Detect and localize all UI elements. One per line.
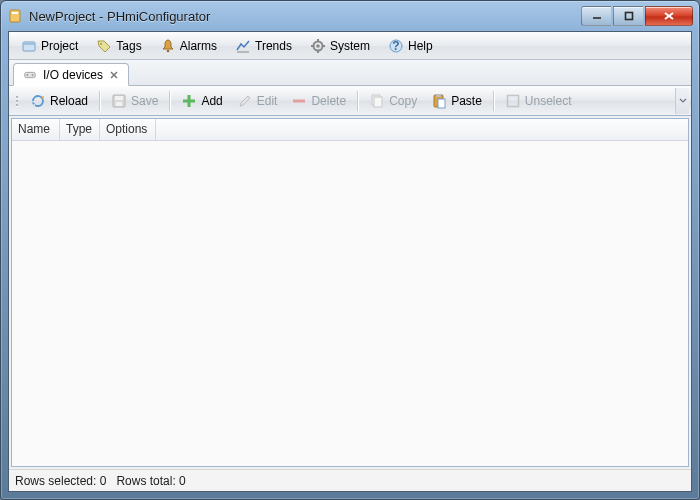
svg-rect-29 bbox=[293, 99, 305, 102]
menu-alarms[interactable]: Alarms bbox=[152, 35, 225, 57]
minus-icon bbox=[291, 93, 307, 109]
svg-rect-28 bbox=[183, 99, 195, 102]
project-icon bbox=[21, 38, 37, 54]
refresh-icon bbox=[30, 93, 46, 109]
svg-rect-31 bbox=[374, 97, 382, 107]
svg-text:?: ? bbox=[392, 39, 399, 53]
tab-label: I/O devices bbox=[43, 68, 103, 82]
menu-label: Help bbox=[408, 39, 433, 53]
svg-point-8 bbox=[100, 43, 102, 45]
unselect-icon bbox=[505, 93, 521, 109]
close-button[interactable] bbox=[645, 6, 693, 26]
copy-icon bbox=[369, 93, 385, 109]
svg-rect-25 bbox=[115, 96, 123, 100]
save-icon bbox=[111, 93, 127, 109]
gear-icon bbox=[310, 38, 326, 54]
help-icon: ? bbox=[388, 38, 404, 54]
svg-rect-19 bbox=[25, 72, 36, 77]
svg-rect-0 bbox=[10, 10, 20, 22]
device-icon bbox=[22, 67, 38, 83]
trend-icon bbox=[235, 38, 251, 54]
menu-system[interactable]: System bbox=[302, 35, 378, 57]
grid: Name Type Options bbox=[11, 118, 689, 467]
button-label: Reload bbox=[50, 94, 88, 108]
svg-point-12 bbox=[316, 44, 320, 48]
copy-button[interactable]: Copy bbox=[363, 90, 423, 112]
toolbar-separator bbox=[99, 91, 100, 111]
button-label: Add bbox=[201, 94, 222, 108]
toolbar-separator bbox=[357, 91, 358, 111]
paste-button[interactable]: Paste bbox=[425, 90, 488, 112]
edit-button[interactable]: Edit bbox=[231, 90, 284, 112]
grid-body[interactable] bbox=[12, 141, 688, 466]
column-header-name[interactable]: Name bbox=[12, 119, 60, 140]
pencil-icon bbox=[237, 93, 253, 109]
tab-io-devices[interactable]: I/O devices bbox=[13, 63, 129, 86]
tabstrip: I/O devices bbox=[9, 60, 691, 86]
button-label: Paste bbox=[451, 94, 482, 108]
client-area: Project Tags Alarms Trends System ? Help bbox=[8, 31, 692, 492]
toolbar-overflow[interactable] bbox=[675, 88, 689, 114]
toolbar-separator bbox=[493, 91, 494, 111]
menu-help[interactable]: ? Help bbox=[380, 35, 441, 57]
svg-rect-33 bbox=[436, 94, 441, 97]
add-button[interactable]: Add bbox=[175, 90, 228, 112]
window-controls bbox=[579, 6, 693, 26]
application-window: NewProject - PHmiConfigurator Project Ta… bbox=[0, 0, 700, 500]
tab-close-icon[interactable] bbox=[108, 69, 120, 81]
menu-label: Trends bbox=[255, 39, 292, 53]
menu-label: Project bbox=[41, 39, 78, 53]
toolbar-grip[interactable] bbox=[14, 91, 20, 111]
svg-point-9 bbox=[166, 49, 169, 52]
menu-label: Alarms bbox=[180, 39, 217, 53]
minimize-button[interactable] bbox=[581, 6, 611, 26]
plus-icon bbox=[181, 93, 197, 109]
reload-button[interactable]: Reload bbox=[24, 90, 94, 112]
grid-header: Name Type Options bbox=[12, 119, 688, 141]
menu-project[interactable]: Project bbox=[13, 35, 86, 57]
paste-icon bbox=[431, 93, 447, 109]
svg-rect-3 bbox=[625, 13, 632, 20]
status-rows-total: Rows total: 0 bbox=[116, 474, 185, 488]
menu-trends[interactable]: Trends bbox=[227, 35, 300, 57]
svg-rect-21 bbox=[32, 74, 34, 76]
menu-label: Tags bbox=[116, 39, 141, 53]
svg-rect-35 bbox=[507, 95, 518, 106]
tag-icon bbox=[96, 38, 112, 54]
svg-rect-1 bbox=[12, 12, 18, 14]
button-label: Copy bbox=[389, 94, 417, 108]
svg-rect-26 bbox=[116, 102, 122, 106]
save-button[interactable]: Save bbox=[105, 90, 164, 112]
button-label: Delete bbox=[311, 94, 346, 108]
toolbar-separator bbox=[169, 91, 170, 111]
column-header-options[interactable]: Options bbox=[100, 119, 156, 140]
maximize-button[interactable] bbox=[613, 6, 643, 26]
window-title: NewProject - PHmiConfigurator bbox=[29, 9, 579, 24]
svg-rect-20 bbox=[27, 74, 29, 76]
toolbar: Reload Save Add Edit Delete bbox=[9, 86, 691, 116]
menu-label: System bbox=[330, 39, 370, 53]
statusbar: Rows selected: 0 Rows total: 0 bbox=[9, 469, 691, 491]
button-label: Save bbox=[131, 94, 158, 108]
titlebar[interactable]: NewProject - PHmiConfigurator bbox=[1, 1, 699, 31]
status-rows-selected: Rows selected: 0 bbox=[15, 474, 106, 488]
delete-button[interactable]: Delete bbox=[285, 90, 352, 112]
menu-tags[interactable]: Tags bbox=[88, 35, 149, 57]
button-label: Unselect bbox=[525, 94, 572, 108]
bell-icon bbox=[160, 38, 176, 54]
unselect-button[interactable]: Unselect bbox=[499, 90, 578, 112]
button-label: Edit bbox=[257, 94, 278, 108]
app-icon bbox=[7, 8, 23, 24]
menubar: Project Tags Alarms Trends System ? Help bbox=[9, 32, 691, 60]
svg-rect-7 bbox=[23, 42, 35, 45]
svg-rect-34 bbox=[438, 99, 445, 108]
column-header-type[interactable]: Type bbox=[60, 119, 100, 140]
